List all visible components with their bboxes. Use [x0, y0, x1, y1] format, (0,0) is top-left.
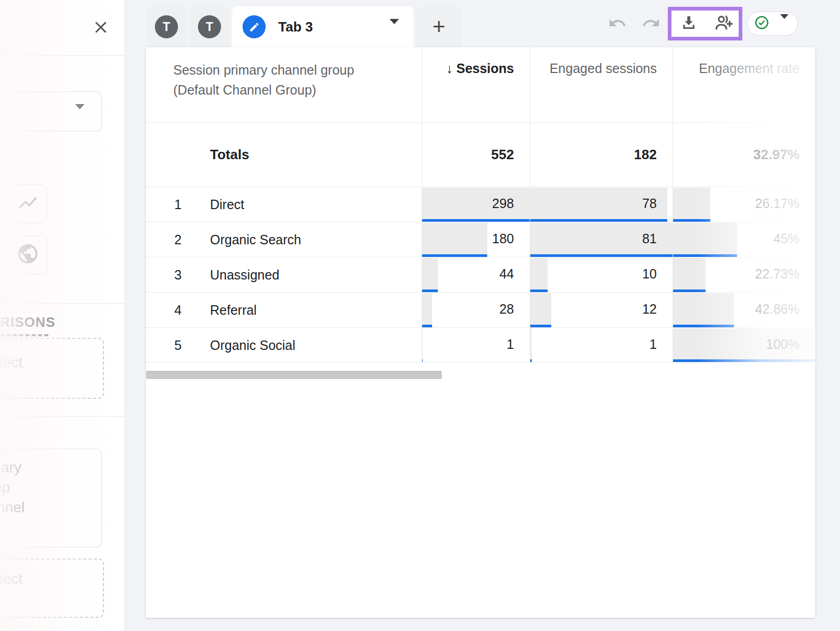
- sidebar-divider: [0, 416, 125, 417]
- table-row: 2 Organic Search 180 81 45%: [146, 222, 815, 257]
- comparisons-drop-select[interactable]: elect: [0, 338, 104, 399]
- applied-steps-button[interactable]: [747, 12, 798, 36]
- rate-bar: [673, 188, 710, 222]
- globe-icon: [16, 242, 39, 267]
- add-tab-button[interactable]: +: [416, 6, 462, 47]
- horizontal-scrollbar-thumb[interactable]: [146, 371, 442, 379]
- undo-icon: [608, 14, 627, 35]
- rate-value: 22.73%: [755, 257, 800, 290]
- engaged-value: 1: [649, 328, 657, 360]
- drop-select-placeholder: elect: [0, 569, 103, 589]
- row-rank: 5: [165, 328, 191, 363]
- highlight-annotation-box: [668, 7, 742, 40]
- rate-cell: 22.73%: [673, 257, 815, 292]
- sessions-cell: 298: [422, 187, 530, 222]
- engaged-cell: 81: [530, 222, 673, 257]
- dimension-chip[interactable]: rimary roup hannel: [0, 449, 102, 547]
- engagement-rate-column-header[interactable]: Engagement rate: [673, 47, 815, 122]
- drop-select-placeholder: elect: [0, 353, 103, 373]
- tab-collapsed-2[interactable]: T: [189, 6, 230, 47]
- dimension-chip-line: rimary: [0, 458, 101, 478]
- check-circle-icon: [754, 15, 770, 33]
- sessions-value: 1: [507, 328, 514, 360]
- channel-label: Referral: [210, 293, 257, 328]
- redo-button[interactable]: [640, 14, 662, 35]
- sessions-cell: 180: [422, 222, 530, 257]
- sort-descending-icon: ↓: [446, 61, 453, 76]
- tab-initial-badge: T: [155, 15, 178, 38]
- tab-label: Tab 3: [278, 19, 313, 35]
- table-row: 5 Organic Social 1 1 100%: [146, 327, 815, 363]
- row-rank: 1: [165, 187, 191, 222]
- rate-value: 45%: [773, 222, 800, 255]
- rate-bar: [673, 293, 734, 327]
- rate-header-label: Engagement rate: [699, 61, 800, 76]
- drop-select-placeholder: n: [0, 589, 103, 609]
- row-rank: 3: [165, 257, 191, 293]
- rate-value: 100%: [766, 328, 800, 360]
- sessions-bar: [422, 258, 438, 292]
- totals-sessions: 552: [491, 147, 514, 163]
- engaged-value: 10: [642, 257, 657, 290]
- geo-map-technique-button[interactable]: [8, 235, 47, 274]
- row-rank: 4: [165, 293, 191, 328]
- sessions-value: 28: [499, 293, 514, 325]
- rate-cell: 45%: [673, 222, 815, 257]
- totals-row: Totals 552 182 32.97%: [146, 122, 815, 187]
- engaged-value: 81: [642, 222, 657, 255]
- sessions-value: 298: [492, 187, 514, 220]
- settings-sidebar: RISONS elect rimary roup hannel elect n: [0, 0, 125, 631]
- sidebar-divider: [0, 303, 125, 304]
- sessions-value: 180: [492, 222, 514, 255]
- explorations-page: RISONS elect rimary roup hannel elect n …: [0, 0, 840, 631]
- sessions-column-header[interactable]: ↓ Sessions: [422, 47, 530, 122]
- engaged-bar: [530, 293, 551, 327]
- engaged-sessions-column-header[interactable]: Engaged sessions: [530, 47, 673, 122]
- engaged-header-label: Engaged sessions: [550, 61, 657, 76]
- plus-icon: +: [433, 14, 446, 39]
- sessions-bar: [422, 223, 487, 257]
- sessions-bar: [422, 293, 432, 327]
- table-row: 1 Direct 298 78 26.17%: [146, 187, 815, 222]
- rate-value: 42.86%: [755, 293, 800, 325]
- engaged-cell: 12: [530, 293, 673, 327]
- totals-label: Totals: [210, 147, 249, 163]
- table-header-row: Session primary channel group (Default C…: [146, 47, 815, 122]
- engaged-bar: [530, 328, 532, 362]
- sidebar-divider: [0, 55, 125, 56]
- export-data-button[interactable]: [679, 14, 699, 34]
- download-icon: [680, 14, 698, 34]
- line-chart-technique-button[interactable]: [8, 184, 47, 223]
- table-row: 3 Unassigned 44 10 22.73%: [146, 257, 815, 292]
- dimension-column-header[interactable]: Session primary channel group (Default C…: [146, 47, 422, 122]
- person-add-icon: [713, 13, 733, 35]
- engaged-value: 12: [642, 293, 657, 325]
- rate-cell: 26.17%: [673, 187, 815, 222]
- share-exploration-button[interactable]: [713, 14, 733, 34]
- tab-active-tab3[interactable]: Tab 3: [232, 6, 414, 47]
- dimension-drop-select[interactable]: elect n: [0, 558, 104, 618]
- undo-button[interactable]: [607, 14, 628, 35]
- rate-bar: [673, 258, 706, 292]
- tab-collapsed-1[interactable]: T: [146, 6, 187, 47]
- sessions-cell: 1: [422, 328, 530, 362]
- comparisons-section-label: RISONS: [0, 314, 56, 330]
- engaged-cell: 1: [530, 328, 673, 362]
- dimension-chip-line: hannel: [0, 498, 101, 518]
- data-table-card: Session primary channel group (Default C…: [146, 47, 815, 618]
- dimension-cell: 1 Direct: [146, 187, 422, 222]
- edit-pencil-icon: [243, 15, 266, 38]
- dimension-cell: 5 Organic Social: [146, 328, 422, 362]
- rate-cell: 100%: [673, 328, 815, 362]
- sidebar-dropdown[interactable]: [0, 91, 102, 131]
- comparisons-label-underline: [0, 334, 48, 336]
- engaged-value: 78: [642, 187, 657, 220]
- tab-menu-caret-icon[interactable]: [390, 24, 399, 34]
- tab-initial-badge: T: [198, 15, 221, 38]
- sessions-value: 44: [499, 257, 514, 290]
- sessions-header-label: Sessions: [456, 61, 514, 76]
- chevron-down-icon: [780, 19, 789, 28]
- close-icon[interactable]: [90, 17, 111, 38]
- totals-engaged: 182: [634, 147, 657, 163]
- redo-icon: [642, 14, 660, 35]
